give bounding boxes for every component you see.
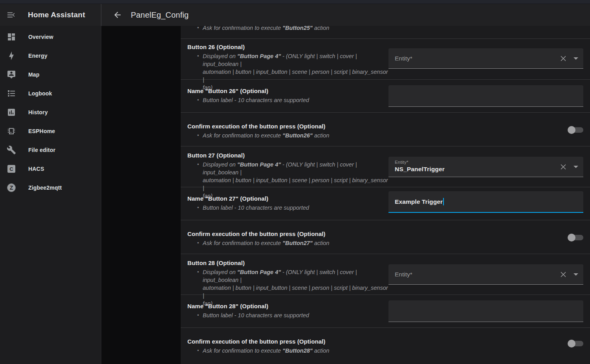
chart-box-icon xyxy=(7,108,16,117)
sidebar-item-logbook[interactable]: Logbook xyxy=(0,84,101,103)
sidebar-nav: Overview Energy Map Logbook History xyxy=(0,26,101,197)
button27-entity-value: NS_PanelTrigger xyxy=(395,166,445,173)
sidebar-item-esphome[interactable]: ESPHome xyxy=(0,122,101,141)
row-button28-confirm: Confirm execution of the button press (O… xyxy=(181,328,590,364)
confirm-button27-description: • Ask for confirmation to execute "Butto… xyxy=(197,239,568,247)
confirm-button28-description: • Ask for confirmation to execute "Butto… xyxy=(197,347,568,355)
clear-icon[interactable] xyxy=(560,55,567,62)
sidebar-item-file-editor[interactable]: File editor xyxy=(0,141,101,159)
button28-entity-select[interactable]: Entity* xyxy=(388,264,583,285)
sidebar-item-label: Overview xyxy=(28,34,53,40)
sidebar-item-label: ESPHome xyxy=(28,128,55,134)
button27-confirm-toggle[interactable] xyxy=(568,234,583,241)
clear-icon[interactable] xyxy=(560,163,567,170)
sidebar-item-label: Logbook xyxy=(28,90,52,97)
row-button26-confirm: Confirm execution of the button press (O… xyxy=(181,113,590,146)
text-cursor xyxy=(443,198,444,205)
confirm-button25-description: • Ask for confirmation to execute "Butto… xyxy=(197,26,583,32)
button28-confirm-toggle[interactable] xyxy=(568,340,583,348)
row-button26-entity: Button 26 (Optional) • Displayed on "But… xyxy=(181,39,590,80)
name-button26-description: • Button label - 10 characters are suppo… xyxy=(197,96,388,104)
lightning-icon xyxy=(7,51,16,60)
sidebar-item-hacs[interactable]: C HACS xyxy=(0,159,101,178)
button26-title: Button 26 (Optional) xyxy=(187,44,388,51)
list-icon xyxy=(7,89,16,98)
button26-name-input[interactable] xyxy=(388,85,583,107)
sidebar-item-label: Zigbee2mqtt xyxy=(28,185,62,191)
sidebar-item-label: HACS xyxy=(28,166,44,172)
row-button27-confirm: Confirm execution of the button press (O… xyxy=(181,220,590,254)
button26-confirm-toggle[interactable] xyxy=(568,126,583,134)
chevron-down-icon[interactable] xyxy=(574,57,578,60)
zigbee-icon: Z xyxy=(7,183,16,192)
hacs-icon: C xyxy=(7,164,16,174)
sidebar-item-label: History xyxy=(28,109,48,115)
button27-title: Button 27 (Optional) xyxy=(187,152,388,159)
clear-icon[interactable] xyxy=(560,271,567,278)
sidebar-header: Home Assistant xyxy=(0,4,101,26)
chevron-down-icon[interactable] xyxy=(574,273,578,276)
entity-placeholder: Entity* xyxy=(395,271,412,278)
page-title: PanelEg_Config xyxy=(131,11,189,20)
sidebar-toggle-icon xyxy=(7,10,16,20)
sidebar-item-energy[interactable]: Energy xyxy=(0,46,101,65)
row-button28-entity: Button 28 (Optional) • Displayed on "But… xyxy=(181,254,590,295)
name-button27-title: Name "Button 27" (Optional) xyxy=(187,195,388,202)
page-header: PanelEg_Config xyxy=(101,4,590,26)
app-header: Home Assistant PanelEg_Config xyxy=(0,4,590,26)
button27-entity-select[interactable]: Entity* NS_PanelTrigger xyxy=(388,157,583,177)
window-top-strip xyxy=(0,0,590,4)
back-button[interactable] xyxy=(113,10,122,20)
sidebar: Overview Energy Map Logbook History xyxy=(0,26,101,364)
chip-icon xyxy=(7,126,16,136)
sidebar-item-zigbee2mqtt[interactable]: Z Zigbee2mqtt xyxy=(0,178,101,197)
row-button27-entity: Button 27 (Optional) • Displayed on "But… xyxy=(181,146,590,187)
button28-name-input[interactable] xyxy=(388,300,583,322)
confirm-button27-title: Confirm execution of the button press (O… xyxy=(187,230,568,238)
sidebar-item-overview[interactable]: Overview xyxy=(0,27,101,46)
sidebar-item-map[interactable]: Map xyxy=(0,65,101,84)
button28-title: Button 28 (Optional) xyxy=(187,260,388,267)
button26-entity-select[interactable]: Entity* xyxy=(388,48,583,69)
entity-placeholder: Entity* xyxy=(395,55,412,62)
name-button28-title: Name "Button 28" (Optional) xyxy=(187,303,388,310)
tooltip-account-icon xyxy=(7,70,16,79)
sidebar-toggle-button[interactable] xyxy=(7,10,16,20)
button27-name-input[interactable]: Example Trigger xyxy=(388,191,583,213)
dashboard-icon xyxy=(7,32,16,42)
entity-float-label: Entity* xyxy=(395,160,409,165)
name-button26-title: Name "Button 26" (Optional) xyxy=(187,88,388,95)
row-button27-name: Name "Button 27" (Optional) • Button lab… xyxy=(181,187,590,220)
name-button28-description: • Button label - 10 characters are suppo… xyxy=(197,311,388,319)
row-confirm-button25-clipped: • Ask for confirmation to execute "Butto… xyxy=(181,26,590,39)
row-button28-name: Name "Button 28" (Optional) • Button lab… xyxy=(181,295,590,328)
name-button27-description: • Button label - 10 characters are suppo… xyxy=(197,204,388,212)
sidebar-item-history[interactable]: History xyxy=(0,103,101,122)
chevron-down-icon[interactable] xyxy=(574,166,578,168)
sidebar-item-label: File editor xyxy=(28,147,55,153)
confirm-button26-title: Confirm execution of the button press (O… xyxy=(187,123,568,130)
arrow-left-icon xyxy=(113,10,122,20)
confirm-button28-title: Confirm execution of the button press (O… xyxy=(187,338,568,345)
row-button26-name: Name "Button 26" (Optional) • Button lab… xyxy=(181,80,590,113)
wrench-icon xyxy=(7,145,16,155)
confirm-button26-description: • Ask for confirmation to execute "Butto… xyxy=(197,132,568,139)
sidebar-item-label: Map xyxy=(28,71,40,78)
config-form: • Ask for confirmation to execute "Butto… xyxy=(181,26,590,364)
sidebar-item-label: Energy xyxy=(28,53,48,59)
app-title: Home Assistant xyxy=(28,11,85,19)
